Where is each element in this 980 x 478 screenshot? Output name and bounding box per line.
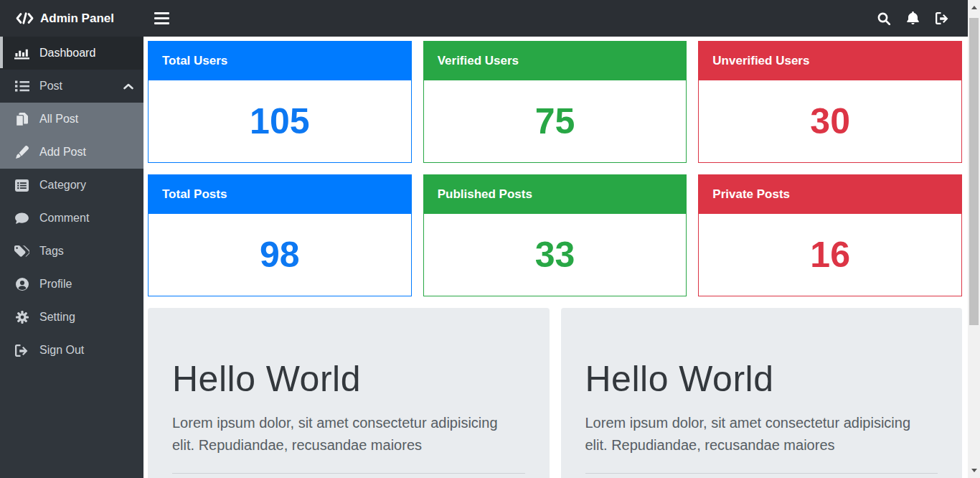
stat-card-body: 98 bbox=[148, 214, 412, 296]
jumbotron-divider bbox=[172, 473, 525, 474]
stats-grid: Total Users 105 Verified Users 75 Unveri… bbox=[148, 41, 962, 296]
stat-card-value: 30 bbox=[810, 103, 850, 139]
stat-card-value: 33 bbox=[535, 237, 575, 273]
bell-icon[interactable] bbox=[907, 11, 919, 25]
jumbotron-divider bbox=[585, 473, 938, 474]
stat-card-value: 16 bbox=[810, 237, 850, 273]
sidebar-item-label: Setting bbox=[39, 311, 75, 324]
scrollbar-up-arrow[interactable] bbox=[968, 1, 980, 14]
sign-out-icon bbox=[14, 345, 30, 357]
sidebar-item-label: Sign Out bbox=[39, 344, 84, 357]
navbar-right bbox=[877, 11, 968, 25]
stat-card-value: 105 bbox=[250, 103, 309, 139]
stat-card-published-posts: Published Posts 33 bbox=[423, 174, 687, 296]
sidebar-item-category[interactable]: Category bbox=[0, 169, 143, 202]
list-alt-icon bbox=[14, 179, 30, 192]
sidebar-item-label: Dashboard bbox=[39, 47, 95, 60]
search-icon[interactable] bbox=[877, 12, 890, 25]
stat-card-body: 33 bbox=[423, 214, 687, 296]
jumbotron-right: Hello World Lorem ipsum dolor, sit amet … bbox=[561, 308, 963, 478]
vertical-scrollbar[interactable] bbox=[968, 0, 980, 478]
tags-icon bbox=[14, 245, 30, 258]
pen-icon bbox=[14, 146, 30, 159]
comment-icon bbox=[14, 212, 30, 225]
brand-title: Admin Panel bbox=[40, 11, 114, 26]
stat-card-total-posts: Total Posts 98 bbox=[148, 174, 412, 296]
code-icon bbox=[16, 12, 34, 24]
top-navbar: Admin Panel bbox=[0, 0, 968, 37]
copy-icon bbox=[14, 113, 30, 126]
sidebar-item-all-post[interactable]: All Post bbox=[0, 103, 143, 136]
gear-icon bbox=[14, 311, 30, 324]
jumbotron-lead: Lorem ipsum dolor, sit amet consectetur … bbox=[585, 412, 930, 456]
sidebar-item-sign-out[interactable]: Sign Out bbox=[0, 334, 143, 367]
stat-card-title: Published Posts bbox=[423, 174, 687, 214]
sidebar-item-label: Tags bbox=[39, 245, 64, 258]
main-content: Total Users 105 Verified Users 75 Unveri… bbox=[143, 37, 968, 478]
chart-bar-icon bbox=[14, 47, 30, 60]
jumbotron-title: Hello World bbox=[585, 360, 938, 399]
post-submenu: All Post Add Post bbox=[0, 103, 143, 169]
sidebar-scrollbar-thumb[interactable] bbox=[0, 37, 3, 68]
scrollbar-down-arrow[interactable] bbox=[968, 464, 980, 477]
hamburger-icon[interactable] bbox=[154, 12, 169, 24]
stat-card-total-users: Total Users 105 bbox=[148, 41, 412, 163]
stat-card-title: Total Posts bbox=[148, 174, 412, 214]
sign-out-icon[interactable] bbox=[936, 12, 949, 24]
jumbotron-title: Hello World bbox=[172, 360, 525, 399]
stat-card-verified-users: Verified Users 75 bbox=[423, 41, 687, 163]
stat-card-private-posts: Private Posts 16 bbox=[698, 174, 962, 296]
sidebar-item-label: Category bbox=[39, 179, 86, 192]
sidebar: Dashboard Post All Post bbox=[0, 37, 143, 478]
stat-card-body: 30 bbox=[698, 80, 962, 163]
sidebar-item-comment[interactable]: Comment bbox=[0, 202, 143, 235]
stat-card-title: Private Posts bbox=[698, 174, 962, 214]
stat-card-title: Verified Users bbox=[423, 41, 687, 80]
brand[interactable]: Admin Panel bbox=[0, 11, 143, 26]
sidebar-item-label: All Post bbox=[39, 113, 78, 126]
sidebar-item-label: Comment bbox=[39, 212, 89, 225]
sidebar-item-profile[interactable]: Profile bbox=[0, 268, 143, 301]
sidebar-item-dashboard[interactable]: Dashboard bbox=[0, 37, 143, 70]
jumbotron-lead: Lorem ipsum dolor, sit amet consectetur … bbox=[172, 412, 517, 456]
chevron-up-icon bbox=[123, 83, 133, 90]
sidebar-item-post[interactable]: Post bbox=[0, 70, 143, 103]
stat-card-value: 75 bbox=[535, 103, 575, 139]
jumbotron-left: Hello World Lorem ipsum dolor, sit amet … bbox=[148, 308, 550, 478]
user-circle-icon bbox=[14, 278, 30, 291]
stat-card-unverified-users: Unverified Users 30 bbox=[698, 41, 962, 163]
stat-card-title: Unverified Users bbox=[698, 41, 962, 80]
sidebar-item-label: Post bbox=[39, 80, 62, 93]
sidebar-item-add-post[interactable]: Add Post bbox=[0, 136, 143, 169]
jumbotron-row: Hello World Lorem ipsum dolor, sit amet … bbox=[148, 308, 962, 478]
stat-card-body: 75 bbox=[423, 80, 687, 163]
sidebar-item-setting[interactable]: Setting bbox=[0, 301, 143, 334]
scrollbar-thumb[interactable] bbox=[969, 18, 979, 325]
list-icon bbox=[14, 80, 30, 92]
stat-card-body: 16 bbox=[698, 214, 962, 296]
sidebar-item-label: Profile bbox=[39, 278, 72, 291]
stat-card-value: 98 bbox=[260, 237, 300, 273]
stat-card-body: 105 bbox=[148, 80, 412, 163]
sidebar-item-label: Add Post bbox=[39, 146, 86, 159]
stat-card-title: Total Users bbox=[148, 41, 412, 80]
sidebar-item-tags[interactable]: Tags bbox=[0, 235, 143, 268]
